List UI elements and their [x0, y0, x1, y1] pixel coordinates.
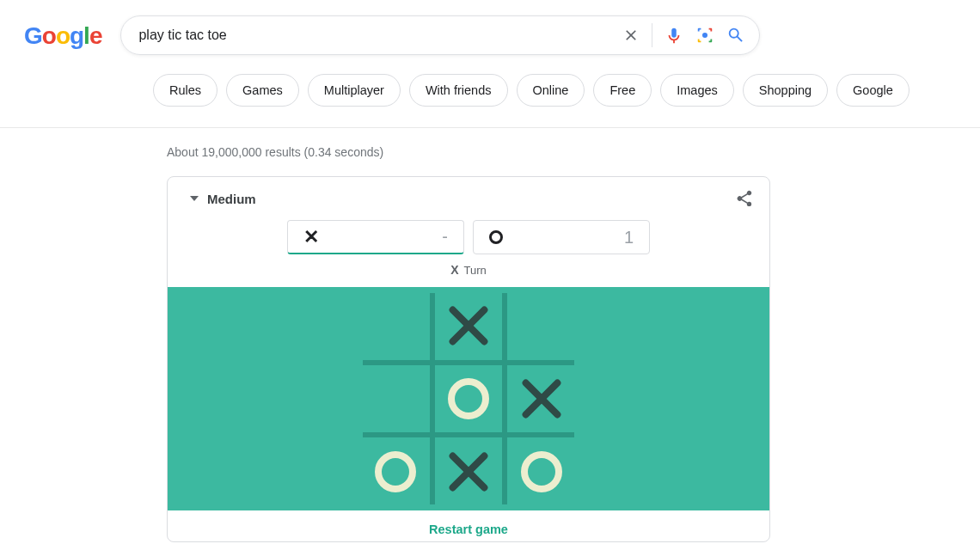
difficulty-label: Medium: [207, 192, 256, 206]
score-o-box: 1: [473, 220, 650, 254]
clear-icon[interactable]: [622, 27, 640, 44]
x-mark-icon: [521, 378, 562, 419]
o-mark-icon: [375, 451, 416, 492]
share-icon[interactable]: [735, 189, 754, 208]
chip-images[interactable]: Images: [660, 74, 734, 107]
cell-2[interactable]: [505, 290, 578, 363]
chip-games[interactable]: Games: [226, 74, 299, 107]
x-mark-icon: [448, 305, 489, 346]
scoreboard: ✕ - 1: [168, 220, 769, 260]
cell-0[interactable]: [359, 290, 432, 363]
chip-shopping[interactable]: Shopping: [743, 74, 828, 107]
cell-1[interactable]: [432, 290, 505, 363]
o-mark-icon: [448, 378, 489, 419]
cells: [359, 290, 578, 508]
turn-indicator: X Turn: [168, 260, 769, 287]
cell-4[interactable]: [432, 363, 505, 436]
lens-icon[interactable]: [695, 26, 714, 45]
header-divider: [0, 127, 980, 128]
chip-multiplayer[interactable]: Multiplayer: [308, 74, 401, 107]
turn-label: Turn: [464, 264, 487, 277]
chip-rules[interactable]: Rules: [153, 74, 217, 107]
score-o-value: 1: [624, 228, 634, 248]
score-x-box: ✕ -: [287, 220, 464, 254]
mic-icon[interactable]: [665, 26, 683, 45]
x-symbol-icon: ✕: [303, 226, 319, 248]
cell-3[interactable]: [359, 363, 432, 436]
chip-google[interactable]: Google: [836, 74, 910, 107]
board: [359, 290, 578, 508]
cell-8[interactable]: [505, 435, 578, 508]
o-symbol-icon: [489, 230, 503, 244]
related-chips: Rules Games Multiplayer With friends Onl…: [153, 74, 980, 107]
chip-with-friends[interactable]: With friends: [409, 74, 508, 107]
search-input[interactable]: [138, 28, 622, 43]
board-area: [168, 287, 769, 510]
svg-point-0: [702, 33, 707, 38]
chevron-down-icon: [190, 196, 199, 201]
restart-button[interactable]: Restart game: [168, 510, 769, 541]
chip-free[interactable]: Free: [593, 74, 652, 107]
google-logo[interactable]: Google: [24, 22, 101, 50]
cell-5[interactable]: [505, 363, 578, 436]
divider: [652, 23, 652, 47]
result-stats: About 19,000,000 results (0.34 seconds): [167, 145, 980, 159]
search-box: [120, 15, 760, 55]
o-mark-icon: [521, 451, 562, 492]
cell-6[interactable]: [359, 435, 432, 508]
score-x-value: -: [442, 227, 448, 247]
tictactoe-card: Medium ✕ - 1 X Turn Restart game: [167, 176, 770, 542]
x-mark-icon: [448, 451, 489, 492]
difficulty-dropdown[interactable]: Medium: [190, 192, 256, 206]
search-icon[interactable]: [726, 26, 745, 45]
cell-7[interactable]: [432, 435, 505, 508]
turn-symbol: X: [450, 263, 458, 277]
chip-online[interactable]: Online: [517, 74, 585, 107]
